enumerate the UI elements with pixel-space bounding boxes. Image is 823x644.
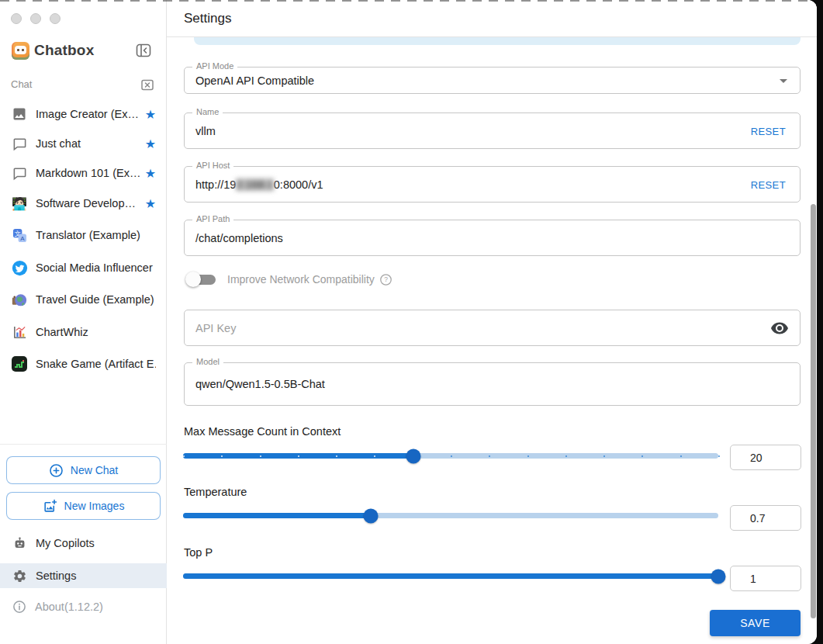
sidebar-item-software-developer[interactable]: 🧑🏻‍💻 Software Develop… ★ xyxy=(0,189,167,218)
api-key-input[interactable] xyxy=(185,310,800,345)
chatbox-logo xyxy=(12,42,29,60)
star-icon[interactable]: ★ xyxy=(145,166,156,181)
network-compatibility-row: Improve Network Compatibility ? xyxy=(184,268,392,290)
chat-bubble-icon xyxy=(11,164,28,182)
sidebar-item-travel-guide[interactable]: Travel Guide (Example) xyxy=(0,285,167,314)
window-zoom-button[interactable] xyxy=(50,13,61,24)
max-message-count-slider[interactable] xyxy=(183,446,718,465)
twitter-icon xyxy=(11,259,28,276)
name-value: vllm xyxy=(195,125,216,137)
model-label: Model xyxy=(192,357,223,366)
star-icon[interactable]: ★ xyxy=(145,107,156,122)
window-top-edge xyxy=(0,0,817,2)
star-icon[interactable]: ★ xyxy=(145,196,156,211)
chart-icon xyxy=(11,324,28,341)
snake-game-icon xyxy=(11,355,28,372)
window-minimize-button[interactable] xyxy=(30,13,41,24)
sidebar-item-markdown-101[interactable]: Markdown 101 (Ex… ★ xyxy=(0,158,167,188)
robot-icon xyxy=(12,536,27,551)
sidebar-item-chartwhiz[interactable]: ChartWhiz xyxy=(0,317,167,347)
sidebar-item-settings[interactable]: Settings xyxy=(0,563,167,588)
chevron-down-icon xyxy=(780,79,787,83)
slider-thumb[interactable] xyxy=(406,448,420,463)
temperature-label: Temperature xyxy=(184,486,247,498)
top-p-slider[interactable] xyxy=(183,566,718,585)
name-label: Name xyxy=(192,107,223,116)
chat-bubble-icon xyxy=(11,135,28,152)
app-title: Chatbox xyxy=(34,42,94,59)
info-alert-partial xyxy=(194,37,801,45)
temperature-value[interactable]: 0.7 xyxy=(730,505,801,531)
top-p-value[interactable]: 1 xyxy=(730,566,801,591)
sidebar-item-image-creator[interactable]: Image Creator (Ex… ★ xyxy=(0,99,167,129)
main-header: Settings xyxy=(167,0,817,37)
api-mode-label: API Mode xyxy=(192,61,237,71)
sidebar-item-about[interactable]: About(1.12.2) xyxy=(0,594,167,619)
sidebar-item-translator[interactable]: 文A Translator (Example) xyxy=(0,220,167,250)
plus-circle-icon xyxy=(49,463,64,478)
name-reset-button[interactable]: RESET xyxy=(751,125,786,137)
sidebar: Chatbox Chat Image Creator (Ex… ★ Just c… xyxy=(0,0,167,644)
svg-text:?: ? xyxy=(384,275,388,283)
help-icon[interactable]: ? xyxy=(379,273,392,286)
temperature-slider[interactable] xyxy=(183,506,718,525)
network-compatibility-label: Improve Network Compatibility xyxy=(227,273,375,286)
api-host-value: http://192.168.10:8000/v1 xyxy=(195,178,323,191)
new-images-button[interactable]: New Images xyxy=(6,492,161,520)
page-title: Settings xyxy=(184,11,231,26)
image-plus-icon xyxy=(43,499,57,514)
api-path-value: /chat/completions xyxy=(195,232,283,244)
api-host-label: API Host xyxy=(192,161,233,170)
api-path-label: API Path xyxy=(192,214,233,223)
name-field[interactable]: Name vllm RESET xyxy=(184,113,801,149)
network-compatibility-toggle[interactable] xyxy=(184,268,220,290)
top-p-label: Top P xyxy=(184,546,213,559)
max-message-count-label: Max Message Count in Context xyxy=(184,425,341,438)
visibility-eye-icon[interactable] xyxy=(770,319,789,338)
chat-section-label: Chat xyxy=(11,78,32,90)
slider-thumb[interactable] xyxy=(711,569,726,583)
api-host-field[interactable]: API Host http://192.168.10:8000/v1 RESET xyxy=(184,166,801,203)
info-icon xyxy=(12,600,26,614)
collapse-sidebar-icon[interactable] xyxy=(135,42,152,59)
slider-thumb[interactable] xyxy=(363,508,378,523)
model-value: qwen/Qwen1.5-0.5B-Chat xyxy=(195,378,325,390)
api-path-field[interactable]: API Path /chat/completions xyxy=(184,220,801,256)
sidebar-divider xyxy=(0,444,167,445)
scrollbar-thumb[interactable] xyxy=(811,204,816,618)
sidebar-item-my-copilots[interactable]: My Copilots xyxy=(0,531,167,556)
gear-icon xyxy=(12,569,27,583)
travel-globe-icon xyxy=(11,291,28,308)
star-icon[interactable]: ★ xyxy=(145,137,156,151)
svg-text:A: A xyxy=(20,234,25,241)
sidebar-item-snake-game[interactable]: Snake Game (Artifact E… xyxy=(0,349,167,379)
translate-icon: 文A xyxy=(11,227,28,244)
sidebar-item-just-chat[interactable]: Just chat ★ xyxy=(0,129,167,158)
settings-panel: Settings API Mode OpenAI API Compatible … xyxy=(167,0,817,644)
window-close-button[interactable] xyxy=(11,13,22,24)
api-mode-value: OpenAI API Compatible xyxy=(195,74,314,87)
api-host-reset-button[interactable]: RESET xyxy=(751,178,786,190)
developer-emoji-icon: 🧑🏻‍💻 xyxy=(11,195,28,212)
api-key-field[interactable] xyxy=(184,310,801,346)
app-window: Chatbox Chat Image Creator (Ex… ★ Just c… xyxy=(0,0,817,644)
clear-conversations-icon[interactable] xyxy=(140,77,155,92)
api-mode-select[interactable]: API Mode OpenAI API Compatible xyxy=(184,67,801,94)
model-field[interactable]: Model qwen/Qwen1.5-0.5B-Chat xyxy=(184,362,801,406)
image-icon xyxy=(11,106,28,123)
max-message-count-value[interactable]: 20 xyxy=(730,445,801,470)
save-button[interactable]: SAVE xyxy=(710,610,801,636)
sidebar-item-social-media-influencer[interactable]: Social Media Influencer … xyxy=(0,253,167,282)
new-chat-button[interactable]: New Chat xyxy=(6,456,161,484)
